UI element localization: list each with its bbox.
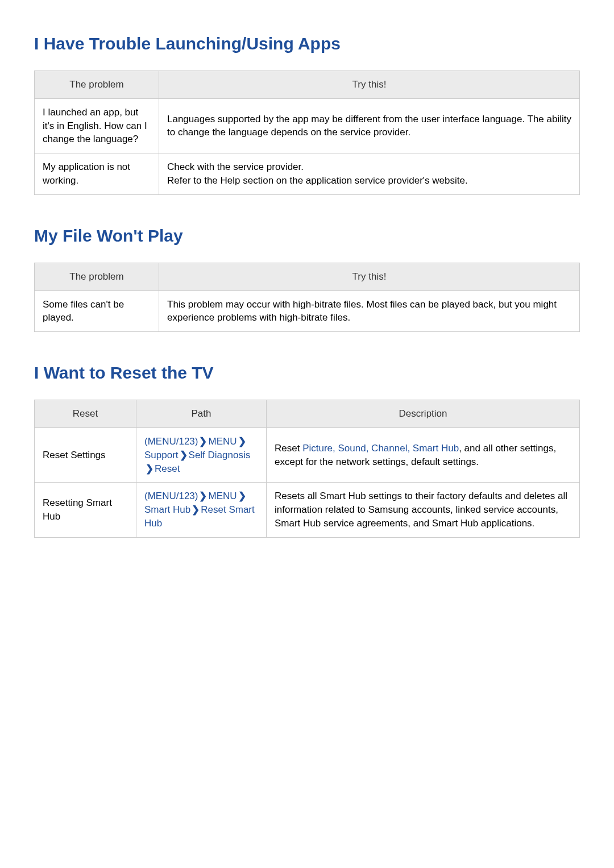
reset-table: Reset Path Description Reset Settings (M…: [34, 400, 580, 538]
section-file: My File Won't Play The problem Try this!…: [34, 226, 580, 332]
table-header-row: The problem Try this!: [35, 71, 580, 99]
cell-desc: Resets all Smart Hub settings to their f…: [267, 483, 580, 537]
table-row: Reset Settings (MENU/123) ❯ MENU ❯ Suppo…: [35, 427, 580, 482]
cell-problem: Some files can't be played.: [35, 290, 159, 332]
table-header-row: The problem Try this!: [35, 263, 580, 290]
table-row: Some files can't be played. This problem…: [35, 290, 580, 332]
chevron-right-icon: ❯: [198, 489, 208, 503]
chevron-right-icon: ❯: [198, 435, 208, 448]
chevron-right-icon: ❯: [179, 448, 189, 462]
chevron-right-icon: ❯: [144, 462, 155, 476]
path-segment: Self Diagnosis: [189, 450, 251, 460]
col-try: Try this!: [159, 71, 580, 99]
desc-text: Resets all Smart Hub settings to their f…: [275, 491, 567, 529]
path-segment: Reset: [155, 463, 180, 474]
cell-path: (MENU/123) ❯ MENU ❯ Smart Hub ❯ Reset Sm…: [136, 483, 267, 537]
file-table: The problem Try this! Some files can't b…: [34, 263, 580, 332]
col-reset: Reset: [35, 400, 136, 428]
chevron-right-icon: ❯: [190, 503, 201, 517]
path-segment: (MENU/123): [144, 491, 198, 501]
section-title: I Want to Reset the TV: [34, 363, 580, 383]
path-segment: MENU: [208, 491, 237, 501]
cell-desc: Reset Picture, Sound, Channel, Smart Hub…: [267, 427, 580, 482]
desc-accent: Picture, Sound, Channel, Smart Hub: [302, 443, 459, 454]
section-reset: I Want to Reset the TV Reset Path Descri…: [34, 363, 580, 538]
cell-try: Check with the service provider. Refer t…: [159, 153, 580, 195]
table-row: Resetting Smart Hub (MENU/123) ❯ MENU ❯ …: [35, 483, 580, 537]
col-problem: The problem: [35, 263, 159, 290]
cell-path: (MENU/123) ❯ MENU ❯ Support ❯ Self Diagn…: [136, 427, 267, 482]
path-segment: Support: [144, 450, 179, 460]
col-try: Try this!: [159, 263, 580, 290]
cell-problem: My application is not working.: [35, 153, 159, 195]
chevron-right-icon: ❯: [237, 435, 247, 448]
desc-text: Reset: [275, 443, 302, 454]
cell-problem: I launched an app, but it's in English. …: [35, 98, 159, 153]
col-desc: Description: [267, 400, 580, 428]
section-title: My File Won't Play: [34, 226, 580, 246]
section-title: I Have Trouble Launching/Using Apps: [34, 34, 580, 53]
col-problem: The problem: [35, 71, 159, 99]
document-page: I Have Trouble Launching/Using Apps The …: [0, 0, 614, 538]
section-apps: I Have Trouble Launching/Using Apps The …: [34, 34, 580, 195]
table-header-row: Reset Path Description: [35, 400, 580, 428]
cell-try: This problem may occur with high-bitrate…: [159, 290, 580, 332]
path-segment: (MENU/123): [144, 436, 198, 447]
cell-try: Languages supported by the app may be di…: [159, 98, 580, 153]
cell-reset: Resetting Smart Hub: [35, 483, 136, 537]
table-row: My application is not working. Check wit…: [35, 153, 580, 195]
path-segment: MENU: [208, 436, 237, 447]
path-segment: Smart Hub: [144, 504, 190, 515]
apps-table: The problem Try this! I launched an app,…: [34, 70, 580, 195]
col-path: Path: [136, 400, 267, 428]
cell-reset: Reset Settings: [35, 427, 136, 482]
table-row: I launched an app, but it's in English. …: [35, 98, 580, 153]
chevron-right-icon: ❯: [237, 489, 247, 503]
